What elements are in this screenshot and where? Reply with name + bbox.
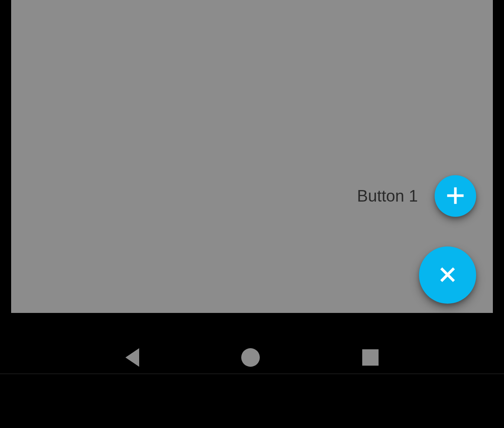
fab-main-button[interactable] <box>419 246 476 304</box>
app-viewport: Button 1 <box>11 0 493 313</box>
fab-action-row: Button 1 <box>357 175 476 217</box>
fab-action-label: Button 1 <box>357 187 418 205</box>
fab-action-button-1[interactable] <box>435 175 476 217</box>
nav-home-button[interactable] <box>241 348 260 367</box>
divider <box>0 373 504 374</box>
android-nav-bar <box>0 335 504 380</box>
fab-speed-dial: Button 1 <box>357 175 476 304</box>
nav-back-button[interactable] <box>125 348 139 367</box>
plus-icon <box>445 185 466 207</box>
nav-recent-button[interactable] <box>362 349 379 366</box>
close-icon <box>437 264 458 287</box>
